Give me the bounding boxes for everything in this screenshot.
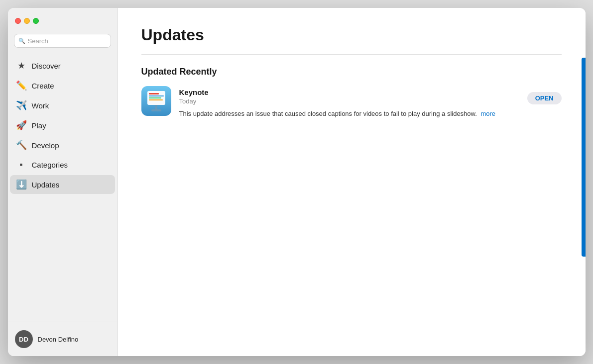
pencil-icon: ✏️ <box>16 80 27 91</box>
download-icon: ⬇️ <box>16 179 27 190</box>
search-icon: 🔍 <box>18 38 25 44</box>
paper-plane-icon: ✈️ <box>16 100 27 111</box>
hammer-icon: 🔨 <box>16 140 27 151</box>
sidebar-item-develop[interactable]: 🔨 Develop <box>10 136 115 155</box>
sidebar-item-work[interactable]: ✈️ Work <box>10 96 115 115</box>
update-row-main: Keynote Today OPEN <box>179 88 562 109</box>
sidebar-item-label: Discover <box>32 62 61 70</box>
rocket-icon: 🚀 <box>16 120 27 131</box>
svg-rect-7 <box>151 109 161 111</box>
avatar[interactable]: DD <box>15 330 33 348</box>
sidebar-item-label: Updates <box>32 181 60 189</box>
app-details: Keynote Today <box>179 88 527 109</box>
sidebar-item-label: Create <box>32 82 54 90</box>
sidebar-item-updates[interactable]: ⬇️ Updates <box>10 175 115 194</box>
search-placeholder: Search <box>28 37 48 45</box>
sidebar-item-create[interactable]: ✏️ Create <box>10 76 115 95</box>
svg-rect-4 <box>149 97 161 98</box>
grid-icon: ▪️ <box>16 160 27 170</box>
titlebar <box>8 8 117 34</box>
sidebar-item-label: Play <box>32 121 46 130</box>
minimize-button[interactable] <box>24 18 30 24</box>
more-link[interactable]: more <box>480 110 495 117</box>
page-title: Updates <box>141 26 562 44</box>
app-date: Today <box>179 97 527 105</box>
right-panel-indicator <box>582 58 586 257</box>
search-bar[interactable]: 🔍 Search <box>14 34 111 48</box>
sidebar-item-discover[interactable]: ★ Discover <box>10 56 115 75</box>
sidebar-navigation: ★ Discover ✏️ Create ✈️ Work 🚀 Play 🔨 De… <box>8 56 117 322</box>
app-description: This update addresses an issue that caus… <box>179 109 562 119</box>
app-window: 🔍 Search ★ Discover ✏️ Create ✈️ Work 🚀 … <box>8 8 586 356</box>
svg-rect-6 <box>155 105 157 110</box>
sidebar-item-label: Develop <box>32 141 59 150</box>
traffic-lights <box>15 18 39 24</box>
svg-rect-2 <box>149 93 159 94</box>
description-text: This update addresses an issue that caus… <box>179 110 477 117</box>
section-divider <box>141 54 562 55</box>
app-info: Keynote Today OPEN This update addresses… <box>179 86 562 119</box>
svg-rect-3 <box>149 95 164 96</box>
main-content: Updates Updated Recently <box>118 8 586 356</box>
app-update-row: Keynote Today OPEN This update addresses… <box>141 86 562 119</box>
app-icon <box>141 86 171 116</box>
open-button[interactable]: OPEN <box>527 92 562 104</box>
avatar-initials: DD <box>19 336 28 343</box>
maximize-button[interactable] <box>33 18 39 24</box>
sidebar-item-play[interactable]: 🚀 Play <box>10 116 115 135</box>
sidebar-item-label: Categories <box>32 161 68 169</box>
sidebar: 🔍 Search ★ Discover ✏️ Create ✈️ Work 🚀 … <box>8 8 118 356</box>
section-heading: Updated Recently <box>141 67 562 77</box>
close-button[interactable] <box>15 18 21 24</box>
user-name: Devon Delfino <box>38 336 79 343</box>
sidebar-item-label: Work <box>32 101 49 110</box>
star-icon: ★ <box>16 60 27 71</box>
sidebar-item-categories[interactable]: ▪️ Categories <box>10 156 115 174</box>
sidebar-footer: DD Devon Delfino <box>8 322 117 356</box>
app-name: Keynote <box>179 88 527 96</box>
svg-rect-5 <box>149 99 163 100</box>
